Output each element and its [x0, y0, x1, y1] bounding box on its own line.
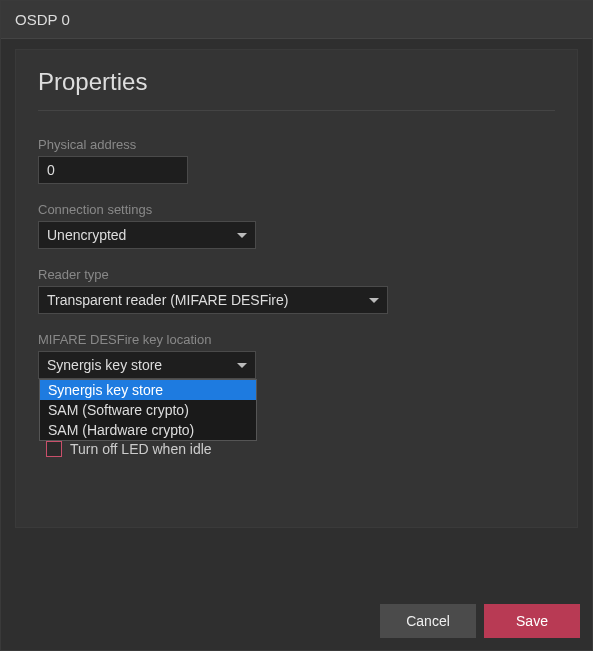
panel-title: Properties	[38, 68, 555, 111]
cancel-button[interactable]: Cancel	[380, 604, 476, 638]
reader-type-label: Reader type	[38, 267, 555, 282]
dialog-window: OSDP 0 Properties Physical address Conne…	[0, 0, 593, 651]
connection-label: Connection settings	[38, 202, 555, 217]
chevron-down-icon	[237, 363, 247, 368]
field-key-location: MIFARE DESFire key location Synergis key…	[38, 332, 555, 379]
titlebar: OSDP 0	[1, 1, 592, 39]
save-button[interactable]: Save	[484, 604, 580, 638]
key-location-dropdown: Synergis key store SAM (Software crypto)…	[39, 379, 257, 441]
field-reader-type: Reader type Transparent reader (MIFARE D…	[38, 267, 555, 314]
physical-address-input[interactable]	[38, 156, 188, 184]
dialog-footer: Cancel Save	[1, 592, 592, 650]
field-physical-address: Physical address	[38, 137, 555, 184]
chevron-down-icon	[369, 298, 379, 303]
connection-select[interactable]: Unencrypted	[38, 221, 256, 249]
reader-type-value: Transparent reader (MIFARE DESFire)	[47, 292, 288, 308]
key-location-select[interactable]: Synergis key store Synergis key store SA…	[38, 351, 256, 379]
led-checkbox-row: Turn off LED when idle	[46, 441, 555, 457]
led-checkbox-label: Turn off LED when idle	[70, 441, 212, 457]
chevron-down-icon	[237, 233, 247, 238]
dropdown-option-synergis[interactable]: Synergis key store	[40, 380, 256, 400]
led-checkbox[interactable]	[46, 441, 62, 457]
properties-panel: Properties Physical address Connection s…	[15, 49, 578, 528]
physical-address-label: Physical address	[38, 137, 555, 152]
dropdown-option-sam-software[interactable]: SAM (Software crypto)	[40, 400, 256, 420]
key-location-value: Synergis key store	[47, 357, 162, 373]
key-location-label: MIFARE DESFire key location	[38, 332, 555, 347]
connection-value: Unencrypted	[47, 227, 126, 243]
reader-type-select[interactable]: Transparent reader (MIFARE DESFire)	[38, 286, 388, 314]
window-title: OSDP 0	[15, 11, 70, 28]
dropdown-option-sam-hardware[interactable]: SAM (Hardware crypto)	[40, 420, 256, 440]
field-connection-settings: Connection settings Unencrypted	[38, 202, 555, 249]
